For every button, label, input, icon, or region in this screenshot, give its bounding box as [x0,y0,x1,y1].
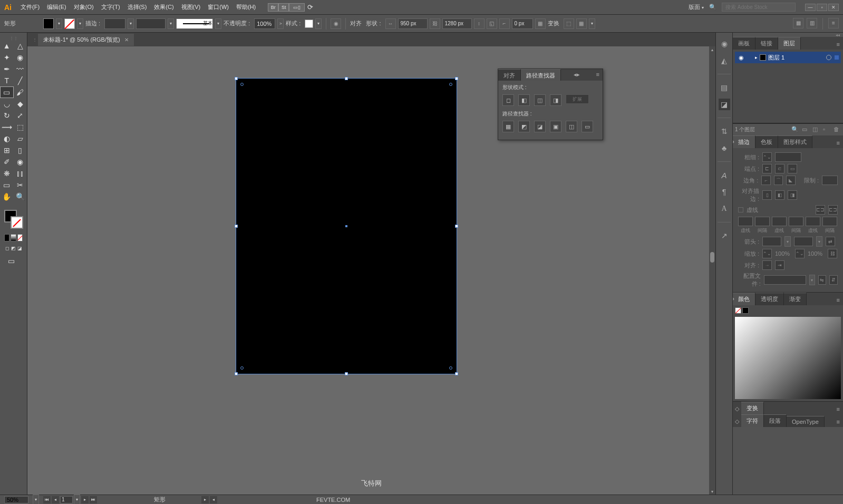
none-swatch[interactable] [735,307,741,314]
symbol-sprayer-tool[interactable]: ❋ [0,168,14,179]
delete-layer-icon[interactable]: 🗑 [834,126,841,133]
menu-select[interactable]: 选择(S) [126,2,149,12]
tab-layers[interactable]: 图层 [778,37,801,50]
dock-pathfinder-icon[interactable]: ◪ [719,99,730,110]
artboard-dropdown[interactable]: ▾ [74,495,80,505]
canvas[interactable]: 飞特网 ▴ ▾ [27,46,715,495]
minimize-button[interactable]: — [805,4,816,11]
corner-type-icon[interactable]: ◱ [487,18,497,29]
artboard-tool[interactable]: ▭ [0,179,14,191]
type-tool[interactable]: T [0,75,14,86]
height-input[interactable] [442,18,472,29]
opacity-label[interactable]: 不透明度 : [224,20,250,27]
pathfinder-menu-icon[interactable]: ≡ [593,69,603,81]
stroke-weight-input[interactable] [104,18,125,29]
tab-opentype[interactable]: OpenType [787,416,825,427]
vertical-scrollbar[interactable]: ▴ ▾ [709,46,715,495]
tab-pathfinder[interactable]: 路径查找器 [521,69,561,81]
char-menu-icon[interactable]: ≡ [834,416,843,427]
dash1-input[interactable] [738,217,753,226]
minus-back-icon[interactable]: ▭ [582,121,593,132]
stroke-label[interactable]: 描边 : [85,20,100,27]
dock-brushes-icon[interactable]: A [719,169,730,181]
panel-menu-icon[interactable]: ≡ [828,18,839,28]
dock-paragraph-icon[interactable]: ¶ [719,186,730,198]
shape-builder-tool[interactable]: ◐ [0,133,14,144]
cap-butt-icon[interactable]: ⊏ [762,164,772,173]
dock-properties-icon[interactable]: ◉ [719,38,730,50]
menu-window[interactable]: 窗口(W) [206,2,230,12]
fill-swatch[interactable] [43,18,54,29]
tab-grip[interactable]: ⋮⋮ [33,37,38,42]
scroll-thumb[interactable] [710,252,714,263]
pathfinder-collapse-icon[interactable]: ◂▸ [570,69,583,81]
tab-artboards[interactable]: 画板 [733,37,755,50]
lasso-tool[interactable]: ◉ [14,52,27,63]
corner-more-icon[interactable]: ▦ [535,18,546,29]
dock-symbols-icon[interactable]: ♣ [719,142,730,154]
stock-button[interactable]: St [278,3,289,12]
minus-front-icon[interactable]: ◧ [518,94,530,106]
join-miter-icon[interactable]: ⌐ [761,176,770,185]
dash-preserve-icon[interactable]: ⊏⊐ [816,205,825,215]
cap-square-icon[interactable]: ▭ [788,164,797,173]
layer-target-icon[interactable] [826,55,831,60]
dock-export-icon[interactable]: ↗ [719,230,730,241]
gpu-icon[interactable]: ⟳ [305,3,315,12]
selected-rectangle[interactable] [236,78,457,374]
curvature-tool[interactable]: 〰 [14,63,27,75]
gap1-input[interactable] [755,217,770,226]
magic-wand-tool[interactable]: ✦ [0,52,14,63]
slice-tool[interactable]: ✂ [14,179,27,191]
align-pixel-icon[interactable]: ▦ [793,18,803,28]
link-wh-icon[interactable]: ⛓ [430,18,440,29]
arrow-end-input[interactable] [794,237,813,246]
align-inside-icon[interactable]: ◧ [775,190,784,200]
menu-effect[interactable]: 效果(C) [152,2,175,12]
tab-color[interactable]: 颜色 [738,296,750,302]
draw-normal-btn[interactable]: ◻ [4,245,9,252]
tab-align[interactable]: 对齐 [498,69,521,81]
isolate-icon[interactable]: ⬚ [564,18,574,29]
pen-tool[interactable]: ✒ [0,63,14,75]
menu-help[interactable]: 帮助(H) [235,2,257,12]
clipping-mask-icon[interactable]: ▭ [802,126,809,133]
dash-align-icon[interactable]: ⊏⊐ [828,205,838,215]
shape-props-label[interactable]: 形状 : [366,20,381,27]
transform-label[interactable]: 变换 [548,20,559,27]
dash3-input[interactable] [806,217,820,226]
layer-name[interactable]: 图层 1 [768,54,784,62]
dashed-checkbox[interactable] [738,207,743,212]
mesh-tool[interactable]: ⊞ [0,144,14,156]
new-sublayer-icon[interactable]: ◫ [812,126,820,133]
edit-icon[interactable]: ▦ [576,18,587,29]
join-round-icon[interactable]: ⌒ [774,176,783,185]
corner-input[interactable] [512,18,533,29]
close-button[interactable]: ✕ [828,4,839,11]
rectangle-tool[interactable]: ▭ [0,86,14,98]
hscroll-left-icon[interactable]: ▸ [201,496,209,503]
stroke-menu-icon[interactable]: ≡ [834,138,843,148]
tab-swatches[interactable]: 色板 [755,135,778,148]
menu-file[interactable]: 文件(F) [19,2,41,12]
flip-h-icon[interactable]: ⇋ [818,275,827,285]
link-scale-icon[interactable]: ⛓ [828,249,837,258]
zoom-input[interactable] [4,496,28,503]
tab-character[interactable]: 字符 [741,414,764,427]
corner-link-icon[interactable]: ⌐ [499,18,510,29]
bridge-button[interactable]: Br [268,3,278,12]
last-artboard-btn[interactable]: ⏭ [90,496,97,503]
pathfinder-panel[interactable]: 对齐 路径查找器 ◂▸ ≡ 形状模式 : ◻ ◧ ◫ ◨ 扩展 路径查找器 : … [498,69,603,140]
eraser-tool[interactable]: ◆ [14,98,27,110]
color-spectrum[interactable] [735,317,841,399]
trim-icon[interactable]: ◩ [518,121,530,132]
stroke-variable-input[interactable] [136,18,166,29]
artboard-number-input[interactable] [60,496,73,503]
arrange-doc-icon[interactable]: ▥ [807,18,817,28]
width-tool[interactable]: ⟿ [0,121,14,133]
menu-edit[interactable]: 编辑(E) [45,2,68,12]
tab-gradient[interactable]: 渐变 [784,293,807,305]
dock-appearance-icon[interactable]: ◭ [719,55,730,66]
transform-menu-icon[interactable]: ≡ [834,404,843,414]
dock-align-icon[interactable]: ▤ [719,82,730,93]
